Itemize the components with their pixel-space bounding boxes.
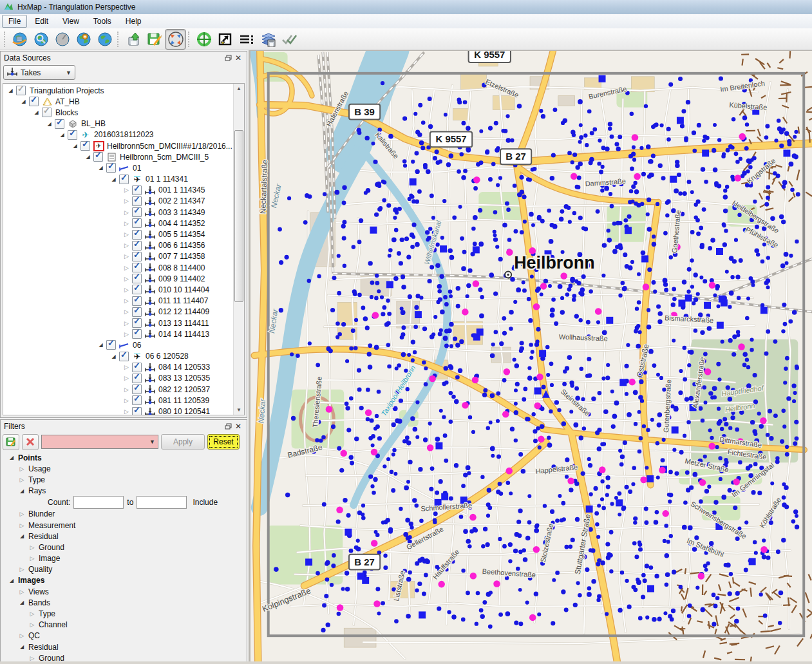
visibility-checkbox[interactable]: ✓ <box>132 329 142 339</box>
tree-row[interactable]: ▷✓009 9 114402 <box>3 273 233 284</box>
filter-row-residual[interactable]: ◢Residual <box>3 531 245 542</box>
tree-row[interactable]: ◢✓01 <box>3 162 233 173</box>
filter-row-ground[interactable]: ▷Ground <box>3 542 245 553</box>
visibility-checkbox[interactable]: ✓ <box>132 363 142 372</box>
tree-row[interactable]: ▷✓002 2 114347 <box>3 196 233 207</box>
layers-save-button[interactable] <box>257 29 278 50</box>
map-canvas[interactable]: K 9557B 39K 9557B 27B 27EtzelstraßeIm Br… <box>250 51 812 661</box>
tree-row[interactable]: ▷✓005 5 114354 <box>3 229 233 240</box>
collapse-icon[interactable]: ◢ <box>17 644 27 650</box>
tree-row[interactable]: ◢✓06 <box>3 339 233 350</box>
collapse-icon[interactable]: ◢ <box>109 176 118 182</box>
tree-item-label[interactable]: 084 14 120533 <box>157 363 211 372</box>
tree-row[interactable]: ▷✓011 11 114407 <box>3 296 233 307</box>
export-view-button[interactable] <box>214 29 236 50</box>
tree-row[interactable]: ▷✓003 3 114349 <box>3 207 233 218</box>
collapse-icon[interactable]: ◢ <box>17 488 27 494</box>
visibility-checkbox[interactable]: ✓ <box>132 296 142 306</box>
float-panel-icon[interactable] <box>223 422 233 431</box>
tree-item-label[interactable]: 083 13 120535 <box>157 374 211 383</box>
filter-row-type[interactable]: ▷Type <box>3 608 245 619</box>
scrollbar-thumb[interactable] <box>234 130 243 302</box>
tree-row[interactable]: ▷✓007 7 114358 <box>3 251 233 262</box>
tree-item-label[interactable]: 01 1 114341 <box>144 175 189 184</box>
tree-item-label[interactable]: 06 6 120528 <box>144 352 190 361</box>
tree-item-label[interactable]: 06 <box>131 341 142 350</box>
expand-icon[interactable]: ▷ <box>122 265 131 271</box>
globe-button[interactable] <box>94 29 115 50</box>
tree-row[interactable]: ◢✓Triangulation Projects <box>3 85 233 96</box>
expand-icon[interactable]: ▷ <box>122 408 131 415</box>
visibility-checkbox[interactable]: ✓ <box>132 263 142 272</box>
fit-view-button[interactable] <box>165 29 186 50</box>
filter-row-qc[interactable]: ▷QC <box>3 631 245 641</box>
menu-tools[interactable]: Tools <box>87 15 118 28</box>
expand-icon[interactable]: ▷ <box>122 320 131 327</box>
filter-row-points[interactable]: ◢Points <box>3 452 245 463</box>
scroll-up-icon[interactable]: ▲ <box>234 84 244 93</box>
apply-button[interactable]: Apply <box>161 434 205 450</box>
tree-item-label[interactable]: 007 7 114358 <box>157 252 207 261</box>
tree-item-label[interactable]: 001 1 114345 <box>157 185 207 194</box>
filter-row-bands[interactable]: ◢Bands <box>3 597 245 608</box>
expand-icon[interactable]: ▷ <box>122 187 131 193</box>
visibility-checkbox[interactable]: ✓ <box>119 175 129 184</box>
tree-item-label[interactable]: 081 11 120539 <box>157 396 211 405</box>
save-filter-button[interactable] <box>3 434 19 450</box>
tree-item-label[interactable]: 01 <box>131 164 142 173</box>
collapse-icon[interactable]: ◢ <box>6 578 17 583</box>
visibility-checkbox[interactable]: ✓ <box>132 384 142 394</box>
collapse-icon[interactable]: ◢ <box>109 354 118 359</box>
filter-row-ground[interactable]: ▷Ground <box>3 652 245 661</box>
visibility-checkbox[interactable]: ✓ <box>132 230 142 240</box>
collapse-icon[interactable]: ◢ <box>6 455 17 460</box>
delete-filter-button[interactable] <box>22 434 39 450</box>
tree-item-label[interactable]: 003 3 114349 <box>157 208 207 217</box>
visibility-checkbox[interactable]: ✓ <box>106 163 116 173</box>
collapse-icon[interactable]: ◢ <box>32 109 41 115</box>
tree-row[interactable]: ▷✓010 10 114404 <box>3 284 233 295</box>
tree-item-label[interactable]: 014 14 114413 <box>157 330 211 339</box>
menu-help[interactable]: Help <box>119 15 148 28</box>
tree-item-label[interactable]: 010 10 114404 <box>157 285 211 294</box>
expand-icon[interactable]: ▷ <box>122 231 131 238</box>
target-button[interactable] <box>193 29 214 50</box>
tree-row[interactable]: ◢✓✈Heilbronn5cm_DMCIII##1/18/2016... <box>3 140 233 151</box>
reset-button[interactable]: Reset <box>207 434 240 450</box>
tree-row[interactable]: ◢✓Heilbronn_5cm_DMCIII_5 <box>3 151 233 162</box>
collapse-icon[interactable]: ◢ <box>83 154 93 160</box>
collapse-icon[interactable]: ◢ <box>96 165 106 171</box>
tree-row[interactable]: ▷✓001 1 114345 <box>3 185 233 196</box>
tree-item-label[interactable]: 002 2 114347 <box>157 196 207 205</box>
collapse-icon[interactable]: ◢ <box>6 88 15 93</box>
expand-icon[interactable]: ▷ <box>27 621 37 628</box>
tree-row[interactable]: ▷✓083 13 120535 <box>3 373 233 384</box>
collapse-icon[interactable]: ◢ <box>19 99 28 104</box>
tree-row[interactable]: ◢✓✈06 6 120528 <box>3 351 233 362</box>
tree-item-label[interactable]: Blocks <box>54 108 79 117</box>
tree-row[interactable]: ▷✓004 4 114352 <box>3 218 233 229</box>
tree-item-label[interactable]: 004 4 114352 <box>157 219 207 228</box>
expand-icon[interactable]: ▷ <box>122 198 131 204</box>
tree-row[interactable]: ◢✓✈01 1 114341 <box>3 174 233 185</box>
filter-row-residual[interactable]: ◢Residual <box>3 641 245 652</box>
globe-network-button[interactable] <box>9 29 30 50</box>
visibility-checkbox[interactable]: ✓ <box>132 395 142 405</box>
visibility-checkbox[interactable]: ✓ <box>132 218 142 228</box>
visibility-checkbox[interactable]: ✓ <box>119 352 129 361</box>
tree-row[interactable]: ▷✓006 6 114356 <box>3 240 233 251</box>
expand-icon[interactable]: ▷ <box>27 611 37 617</box>
tree-row[interactable]: ▷✓008 8 114400 <box>3 262 233 273</box>
globe-disabled-button[interactable] <box>52 29 73 50</box>
filter-row-image[interactable]: ▷Image <box>3 553 245 564</box>
visibility-checkbox[interactable]: ✓ <box>132 374 142 383</box>
filter-row-blunder[interactable]: ▷Blunder <box>3 509 245 520</box>
expand-icon[interactable]: ▷ <box>122 242 131 249</box>
menu-file[interactable]: File <box>2 15 27 28</box>
visibility-checkbox[interactable]: ✓ <box>132 252 142 261</box>
visibility-checkbox[interactable]: ✓ <box>68 130 77 140</box>
tree-row[interactable]: ▷✓013 13 114411 <box>3 318 233 328</box>
expand-icon[interactable]: ▷ <box>122 331 131 337</box>
filter-row-rays[interactable]: ◢Rays <box>3 486 245 497</box>
globe-settings-button[interactable] <box>73 29 94 50</box>
